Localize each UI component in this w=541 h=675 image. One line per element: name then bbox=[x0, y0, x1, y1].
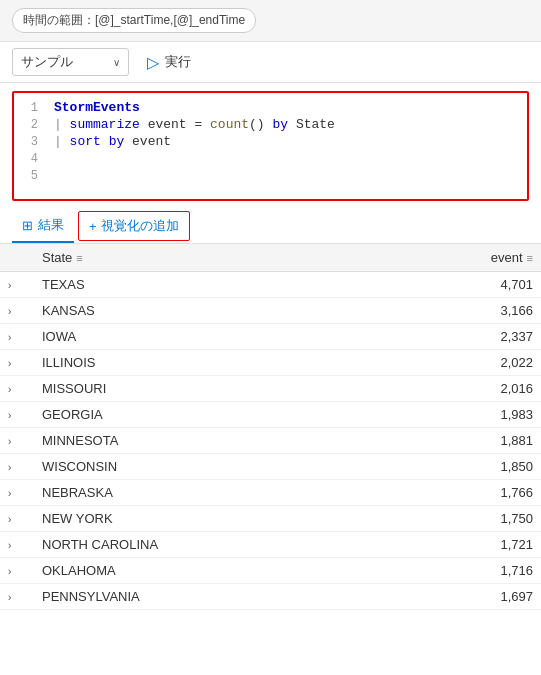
results-tabs: ⊞ 結果 + 視覚化の追加 bbox=[0, 209, 541, 244]
expand-icon: › bbox=[8, 358, 26, 369]
table-row[interactable]: ›MISSOURI2,016 bbox=[0, 376, 541, 402]
code-content: | sort by event bbox=[46, 134, 527, 149]
row-expand[interactable]: › bbox=[0, 428, 34, 454]
row-expand[interactable]: › bbox=[0, 298, 34, 324]
code-editor[interactable]: 1StormEvents2| summarize event = count()… bbox=[12, 91, 529, 201]
cell-event: 1,697 bbox=[315, 584, 541, 610]
table-row[interactable]: ›ILLINOIS2,022 bbox=[0, 350, 541, 376]
cell-event: 1,716 bbox=[315, 558, 541, 584]
row-expand[interactable]: › bbox=[0, 558, 34, 584]
table-row[interactable]: ›OKLAHOMA1,716 bbox=[0, 558, 541, 584]
table-row[interactable]: ›NORTH CAROLINA1,721 bbox=[0, 532, 541, 558]
query-toolbar: サンプル ∨ ▷ 実行 bbox=[0, 42, 541, 83]
table-row[interactable]: ›TEXAS4,701 bbox=[0, 272, 541, 298]
line-number: 4 bbox=[14, 151, 46, 166]
row-expand[interactable]: › bbox=[0, 532, 34, 558]
table-row[interactable]: ›WISCONSIN1,850 bbox=[0, 454, 541, 480]
code-line-5: 5 bbox=[14, 167, 527, 184]
chevron-down-icon: ∨ bbox=[113, 57, 120, 68]
code-content: StormEvents bbox=[46, 100, 527, 115]
cell-event: 2,022 bbox=[315, 350, 541, 376]
expand-icon: › bbox=[8, 540, 26, 551]
row-expand[interactable]: › bbox=[0, 324, 34, 350]
time-range-pill[interactable]: 時間の範囲：[@]_startTime,[@]_endTime bbox=[12, 8, 256, 33]
run-button[interactable]: ▷ 実行 bbox=[147, 53, 191, 72]
cell-state: NEW YORK bbox=[34, 506, 315, 532]
expand-icon: › bbox=[8, 462, 26, 473]
tab-results-label: 結果 bbox=[38, 216, 64, 234]
row-expand[interactable]: › bbox=[0, 480, 34, 506]
event-sort-icon[interactable]: ≡ bbox=[527, 252, 533, 264]
expand-icon: › bbox=[8, 332, 26, 343]
cell-state: NORTH CAROLINA bbox=[34, 532, 315, 558]
cell-event: 3,166 bbox=[315, 298, 541, 324]
table-row[interactable]: ›KANSAS3,166 bbox=[0, 298, 541, 324]
event-col-label: event bbox=[491, 250, 523, 265]
expand-icon: › bbox=[8, 306, 26, 317]
expand-icon: › bbox=[8, 488, 26, 499]
code-line-4: 4 bbox=[14, 150, 527, 167]
cell-state: ILLINOIS bbox=[34, 350, 315, 376]
run-label: 実行 bbox=[165, 53, 191, 71]
code-line-2: 2| summarize event = count() by State bbox=[14, 116, 527, 133]
expand-icon: › bbox=[8, 566, 26, 577]
row-expand[interactable]: › bbox=[0, 376, 34, 402]
add-viz-icon: + bbox=[89, 219, 97, 234]
run-icon: ▷ bbox=[147, 53, 159, 72]
expand-icon: › bbox=[8, 436, 26, 447]
cell-state: MISSOURI bbox=[34, 376, 315, 402]
cell-event: 1,850 bbox=[315, 454, 541, 480]
cell-state: OKLAHOMA bbox=[34, 558, 315, 584]
state-col-label: State bbox=[42, 250, 72, 265]
table-row[interactable]: ›PENNSYLVANIA1,697 bbox=[0, 584, 541, 610]
results-icon: ⊞ bbox=[22, 218, 33, 233]
expand-icon: › bbox=[8, 592, 26, 603]
table-row[interactable]: ›NEBRASKA1,766 bbox=[0, 480, 541, 506]
state-sort-icon[interactable]: ≡ bbox=[76, 252, 82, 264]
row-expand[interactable]: › bbox=[0, 584, 34, 610]
cell-state: PENNSYLVANIA bbox=[34, 584, 315, 610]
results-table: State ≡ event ≡ ›TEXAS4,701›KANSAS3,166›… bbox=[0, 244, 541, 610]
line-number: 1 bbox=[14, 100, 46, 115]
tab-add-visualization[interactable]: + 視覚化の追加 bbox=[78, 211, 190, 241]
row-expand[interactable]: › bbox=[0, 402, 34, 428]
cell-state: MINNESOTA bbox=[34, 428, 315, 454]
expand-icon: › bbox=[8, 384, 26, 395]
row-expand[interactable]: › bbox=[0, 350, 34, 376]
cell-event: 1,721 bbox=[315, 532, 541, 558]
expand-col-header bbox=[0, 244, 34, 272]
row-expand[interactable]: › bbox=[0, 454, 34, 480]
col-header-event[interactable]: event ≡ bbox=[315, 244, 541, 272]
results-table-container: State ≡ event ≡ ›TEXAS4,701›KANSAS3,166›… bbox=[0, 244, 541, 610]
add-viz-label: 視覚化の追加 bbox=[101, 217, 179, 235]
sample-label: サンプル bbox=[21, 53, 73, 71]
table-row[interactable]: ›IOWA2,337 bbox=[0, 324, 541, 350]
expand-icon: › bbox=[8, 410, 26, 421]
cell-state: NEBRASKA bbox=[34, 480, 315, 506]
code-line-3: 3| sort by event bbox=[14, 133, 527, 150]
table-row[interactable]: ›GEORGIA1,983 bbox=[0, 402, 541, 428]
expand-icon: › bbox=[8, 280, 26, 291]
cell-event: 1,881 bbox=[315, 428, 541, 454]
code-content: | summarize event = count() by State bbox=[46, 117, 527, 132]
line-number: 2 bbox=[14, 117, 46, 132]
cell-state: TEXAS bbox=[34, 272, 315, 298]
code-line-1: 1StormEvents bbox=[14, 99, 527, 116]
table-row[interactable]: ›MINNESOTA1,881 bbox=[0, 428, 541, 454]
cell-state: GEORGIA bbox=[34, 402, 315, 428]
row-expand[interactable]: › bbox=[0, 506, 34, 532]
cell-event: 1,750 bbox=[315, 506, 541, 532]
table-row[interactable]: ›NEW YORK1,750 bbox=[0, 506, 541, 532]
row-expand[interactable]: › bbox=[0, 272, 34, 298]
tab-results[interactable]: ⊞ 結果 bbox=[12, 209, 74, 243]
table-header-row: State ≡ event ≡ bbox=[0, 244, 541, 272]
cell-event: 2,016 bbox=[315, 376, 541, 402]
cell-state: IOWA bbox=[34, 324, 315, 350]
cell-event: 2,337 bbox=[315, 324, 541, 350]
line-number: 5 bbox=[14, 168, 46, 183]
sample-select[interactable]: サンプル ∨ bbox=[12, 48, 129, 76]
col-header-state[interactable]: State ≡ bbox=[34, 244, 315, 272]
cell-event: 4,701 bbox=[315, 272, 541, 298]
expand-icon: › bbox=[8, 514, 26, 525]
cell-state: KANSAS bbox=[34, 298, 315, 324]
